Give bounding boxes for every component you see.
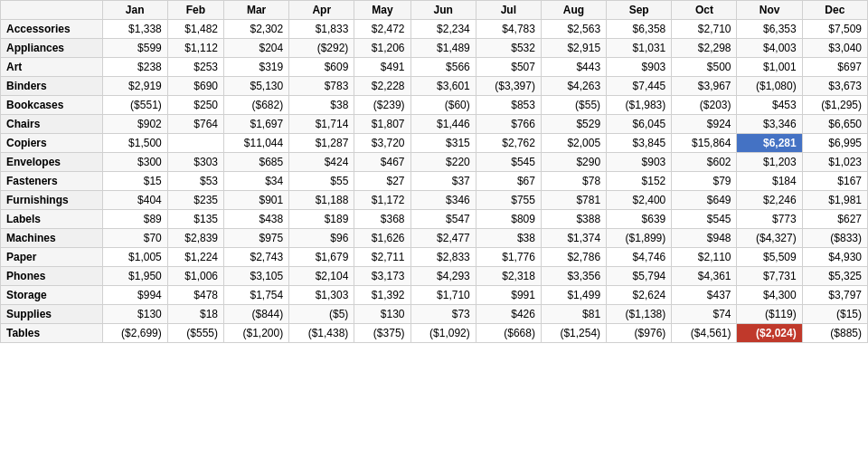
- header-month-sep: Sep: [607, 1, 672, 20]
- category-cell: Binders: [1, 77, 103, 96]
- category-cell: Accessories: [1, 20, 103, 39]
- value-cell: $4,263: [541, 77, 606, 96]
- value-cell: $975: [223, 229, 288, 248]
- value-cell: ($1,254): [541, 324, 606, 343]
- value-cell: $15,864: [672, 134, 737, 153]
- value-cell: $6,281: [737, 134, 802, 153]
- value-cell: ($4,561): [672, 324, 737, 343]
- category-cell: Envelopes: [1, 153, 103, 172]
- table-row: Fasteners$15$53$34$55$27$37$67$78$152$79…: [1, 172, 868, 191]
- value-cell: ($15): [802, 305, 867, 324]
- value-cell: ($1,200): [223, 324, 288, 343]
- value-cell: $627: [802, 210, 867, 229]
- table-row: Chairs$902$764$1,697$1,714$1,807$1,446$7…: [1, 115, 868, 134]
- value-cell: $388: [541, 210, 606, 229]
- header-month-jan: Jan: [102, 1, 167, 20]
- category-cell: Fasteners: [1, 172, 103, 191]
- table-row: Binders$2,919$690$5,130$783$2,228$3,601(…: [1, 77, 868, 96]
- value-cell: $7,509: [802, 20, 867, 39]
- value-cell: $1,499: [541, 286, 606, 305]
- value-cell: $346: [410, 191, 476, 210]
- value-cell: $3,040: [802, 39, 867, 58]
- value-cell: $2,477: [410, 229, 476, 248]
- value-cell: $4,300: [737, 286, 802, 305]
- value-cell: $130: [354, 305, 410, 324]
- value-cell: $500: [672, 58, 737, 77]
- header-month-apr: Apr: [289, 1, 354, 20]
- table-row: Art$238$253$319$609$491$566$507$443$903$…: [1, 58, 868, 77]
- category-cell: Tables: [1, 324, 103, 343]
- value-cell: $135: [167, 210, 223, 229]
- table-row: Appliances$599$1,112$204($292)$1,206$1,4…: [1, 39, 868, 58]
- value-cell: $1,710: [410, 286, 476, 305]
- value-cell: ($1,983): [607, 96, 672, 115]
- value-cell: $5,130: [223, 77, 288, 96]
- table-row: Storage$994$478$1,754$1,303$1,392$1,710$…: [1, 286, 868, 305]
- value-cell: $4,783: [476, 20, 541, 39]
- table-header: JanFebMarAprMayJunJulAugSepOctNovDec: [1, 1, 868, 20]
- value-cell: ($60): [410, 96, 476, 115]
- value-cell: $1,338: [102, 20, 167, 39]
- value-cell: $1,287: [289, 134, 354, 153]
- value-cell: $235: [167, 191, 223, 210]
- category-cell: Labels: [1, 210, 103, 229]
- value-cell: $902: [102, 115, 167, 134]
- value-cell: $3,797: [802, 286, 867, 305]
- value-cell: ($1,899): [607, 229, 672, 248]
- value-cell: $478: [167, 286, 223, 305]
- value-cell: $67: [476, 172, 541, 191]
- value-cell: $764: [167, 115, 223, 134]
- value-cell: $2,472: [354, 20, 410, 39]
- value-cell: $924: [672, 115, 737, 134]
- value-cell: $2,762: [476, 134, 541, 153]
- value-cell: $529: [541, 115, 606, 134]
- value-cell: ($55): [541, 96, 606, 115]
- category-cell: Appliances: [1, 39, 103, 58]
- value-cell: $2,234: [410, 20, 476, 39]
- value-cell: $602: [672, 153, 737, 172]
- value-cell: $2,919: [102, 77, 167, 96]
- value-cell: $3,601: [410, 77, 476, 96]
- value-cell: $1,023: [802, 153, 867, 172]
- value-cell: $2,833: [410, 248, 476, 267]
- value-cell: $5,509: [737, 248, 802, 267]
- value-cell: $184: [737, 172, 802, 191]
- value-cell: $639: [607, 210, 672, 229]
- value-cell: $1,714: [289, 115, 354, 134]
- header-month-nov: Nov: [737, 1, 802, 20]
- value-cell: $2,743: [223, 248, 288, 267]
- value-cell: $532: [476, 39, 541, 58]
- value-cell: $2,104: [289, 267, 354, 286]
- value-cell: $599: [102, 39, 167, 58]
- value-cell: $1,626: [354, 229, 410, 248]
- value-cell: $1,697: [223, 115, 288, 134]
- table-row: Labels$89$135$438$189$368$547$809$388$63…: [1, 210, 868, 229]
- value-cell: $609: [289, 58, 354, 77]
- table-body: Accessories$1,338$1,482$2,302$1,833$2,47…: [1, 20, 868, 343]
- value-cell: $1,206: [354, 39, 410, 58]
- category-cell: Chairs: [1, 115, 103, 134]
- value-cell: ($4,327): [737, 229, 802, 248]
- value-cell: $755: [476, 191, 541, 210]
- value-cell: $73: [410, 305, 476, 324]
- value-cell: $167: [802, 172, 867, 191]
- value-cell: $1,224: [167, 248, 223, 267]
- value-cell: $991: [476, 286, 541, 305]
- value-cell: $2,711: [354, 248, 410, 267]
- value-cell: ($2,024): [737, 324, 802, 343]
- value-cell: $453: [737, 96, 802, 115]
- value-cell: $1,950: [102, 267, 167, 286]
- value-cell: $697: [802, 58, 867, 77]
- value-cell: ($844): [223, 305, 288, 324]
- value-cell: [167, 134, 223, 153]
- value-cell: $38: [289, 96, 354, 115]
- value-cell: $443: [541, 58, 606, 77]
- value-cell: $96: [289, 229, 354, 248]
- value-cell: $7,731: [737, 267, 802, 286]
- value-cell: $2,110: [672, 248, 737, 267]
- value-cell: $1,500: [102, 134, 167, 153]
- value-cell: $1,489: [410, 39, 476, 58]
- category-cell: Bookcases: [1, 96, 103, 115]
- value-cell: $1,203: [737, 153, 802, 172]
- value-cell: $319: [223, 58, 288, 77]
